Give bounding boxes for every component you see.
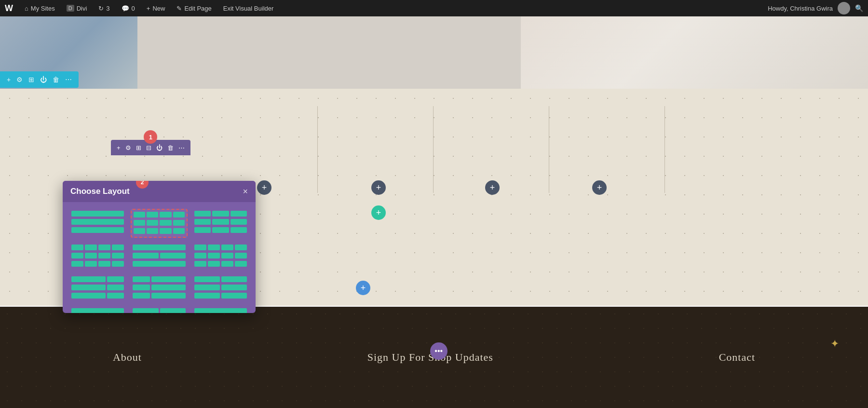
- row-disable-icon[interactable]: ⏻: [156, 144, 163, 151]
- divider-line-1: [317, 106, 318, 193]
- layout-option-4col[interactable]: [131, 209, 187, 238]
- page-content: + ⚙ ⊞ ⏻ 🗑 ⋯ About Sign Up For Shop Updat…: [0, 0, 868, 408]
- add-column-button-2[interactable]: +: [371, 180, 386, 195]
- layout-option-2-1[interactable]: [69, 274, 126, 301]
- layout-options-grid: [63, 202, 256, 313]
- my-sites-link[interactable]: ⌂ My Sites: [23, 5, 57, 12]
- edit-page-label: Edit Page: [184, 5, 211, 12]
- home-icon: ⌂: [25, 5, 28, 12]
- popup-header: Choose Layout ×: [63, 181, 256, 202]
- row-settings-icon[interactable]: ⚙: [125, 144, 131, 151]
- row-badge-1: 1: [144, 130, 157, 144]
- layout-option-4small-1[interactable]: [69, 243, 126, 270]
- top-image-area: [0, 16, 868, 89]
- add-column-button-3[interactable]: +: [485, 180, 500, 195]
- layout-option-mixed-3[interactable]: [192, 306, 249, 313]
- divi-label: Divi: [77, 5, 87, 12]
- layout-option-4small-2[interactable]: [192, 243, 249, 270]
- footer-nav: About Sign Up For Shop Updates ••• Conta…: [0, 307, 868, 408]
- row-add-icon[interactable]: +: [117, 144, 121, 151]
- dots-icon: •••: [434, 347, 443, 355]
- avatar: [838, 2, 850, 14]
- footer-contact: Contact: [719, 351, 755, 364]
- choose-layout-popup: 2 Choose Layout ×: [63, 181, 256, 313]
- exit-builder-link[interactable]: Exit Visual Builder: [221, 5, 276, 12]
- plus-icon: +: [147, 5, 150, 12]
- more-options-button[interactable]: •••: [430, 342, 448, 360]
- row-area: 1 + ⚙ ⊞ ⊟ ⏻ 🗑 ⋯: [111, 140, 190, 155]
- divi-icon: D: [67, 5, 74, 12]
- add-section-button[interactable]: +: [356, 281, 370, 295]
- layout-option-mixed-1[interactable]: [69, 306, 126, 313]
- refresh-icon: ↻: [98, 5, 104, 12]
- layout-option-3col[interactable]: [192, 209, 249, 238]
- section-toolbar: + ⚙ ⊞ ⏻ 🗑 ⋯: [0, 71, 79, 88]
- add-row-button[interactable]: +: [371, 205, 386, 220]
- footer-about: About: [113, 351, 142, 364]
- toolbar-settings-icon[interactable]: ⚙: [16, 76, 23, 83]
- toolbar-more-icon[interactable]: ⋯: [65, 76, 72, 83]
- layout-option-full[interactable]: [69, 209, 126, 238]
- updates-count: 3: [106, 5, 109, 12]
- new-label: New: [152, 5, 165, 12]
- layout-option-equal-2[interactable]: [192, 274, 249, 301]
- divider-line-2: [433, 106, 434, 193]
- toolbar-delete-icon[interactable]: 🗑: [53, 76, 59, 83]
- badge-1-label: 1: [149, 134, 152, 141]
- admin-bar-right: Howdy, Christina Gwira 🔍: [768, 2, 863, 14]
- star-decoration: ✦: [830, 338, 839, 350]
- divider-line-4: [665, 106, 665, 193]
- toolbar-duplicate-icon[interactable]: ⊞: [28, 76, 34, 83]
- edit-page-link[interactable]: ✎ Edit Page: [175, 5, 213, 12]
- divider-line-3: [549, 106, 549, 193]
- row-delete-icon[interactable]: 🗑: [167, 144, 174, 151]
- popup-title: Choose Layout: [70, 187, 130, 196]
- comments-link[interactable]: 💬 0: [120, 5, 137, 12]
- user-greeting: Howdy, Christina Gwira: [768, 5, 833, 12]
- my-sites-label: My Sites: [31, 5, 55, 12]
- close-popup-button[interactable]: ×: [243, 187, 248, 196]
- row-more-icon[interactable]: ⋯: [178, 144, 185, 151]
- exit-builder-label: Exit Visual Builder: [223, 5, 274, 12]
- toolbar-disable-icon[interactable]: ⏻: [40, 76, 47, 83]
- row-save-icon[interactable]: ⊟: [146, 144, 151, 151]
- divi-link[interactable]: D Divi: [65, 5, 89, 12]
- admin-bar: W ⌂ My Sites D Divi ↻ 3 💬 0 + New ✎ Edit…: [0, 0, 868, 16]
- footer: About Sign Up For Shop Updates ••• Conta…: [0, 307, 868, 408]
- layout-option-2col-center[interactable]: [131, 243, 187, 270]
- layout-option-mixed-2[interactable]: [131, 306, 187, 313]
- wp-icon[interactable]: W: [5, 3, 13, 14]
- pencil-icon: ✎: [176, 5, 182, 12]
- toolbar-add-icon[interactable]: +: [7, 76, 11, 83]
- top-image-right: [521, 16, 868, 89]
- comment-icon: 💬: [122, 5, 129, 12]
- comments-count: 0: [132, 5, 135, 12]
- updates-link[interactable]: ↻ 3: [96, 5, 111, 12]
- add-column-button-1[interactable]: +: [257, 180, 271, 195]
- layout-option-1-2[interactable]: [131, 274, 187, 301]
- row-duplicate-icon[interactable]: ⊞: [136, 144, 141, 151]
- add-column-button-4[interactable]: +: [592, 180, 607, 195]
- new-link[interactable]: + New: [145, 5, 167, 12]
- search-icon[interactable]: 🔍: [855, 4, 863, 12]
- badge-2-label: 2: [141, 181, 144, 186]
